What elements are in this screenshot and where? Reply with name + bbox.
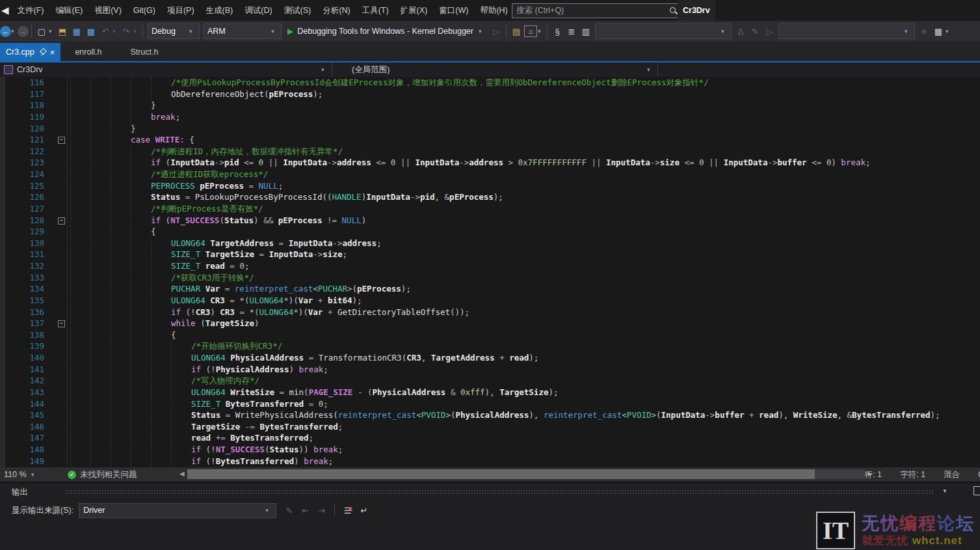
pin-icon[interactable]	[40, 49, 46, 56]
code-line[interactable]: 127 /*判断pEProcess是否有效*/	[0, 203, 980, 215]
menu-item-7[interactable]: 测试(S)	[278, 0, 317, 21]
status-column[interactable]: 字符: 1	[900, 469, 925, 480]
project-dropdown[interactable]: Cr3Drv ▾	[0, 62, 332, 77]
code-line[interactable]: 145 Status = WritePhysicalAddress(reinte…	[0, 409, 980, 421]
menu-item-12[interactable]: 帮助(H)	[474, 0, 513, 21]
status-mixed[interactable]: 混合	[944, 469, 960, 480]
code-line[interactable]: 121− case WRITE: {	[0, 134, 980, 146]
horizontal-scrollbar[interactable]	[187, 469, 865, 479]
code-line[interactable]: 144 SIZE_T BytesTransferred = 0;	[0, 398, 980, 410]
menu-item-2[interactable]: 视图(V)	[88, 0, 127, 21]
menu-item-11[interactable]: 窗口(W)	[433, 0, 474, 21]
config-combo[interactable]: Debug▾	[148, 23, 200, 39]
code-line[interactable]: 134 PUCHAR Var = reinterpret_cast<PUCHAR…	[0, 283, 980, 295]
code-line[interactable]: 147 read += BytesTransferred;	[0, 432, 980, 444]
fold-collapse-icon[interactable]: −	[58, 217, 65, 225]
list-icon[interactable]: ≡	[918, 23, 931, 39]
code-line[interactable]: 143 ULONG64 WriteSize = min(PAGE_SIZE - …	[0, 387, 980, 398]
back-caret[interactable]: ▾	[11, 28, 18, 34]
code-line[interactable]: 132 SIZE_T read = 0;	[0, 260, 980, 272]
code-line[interactable]: 124 /*通过进程ID获取eprocess*/	[0, 169, 980, 180]
start-debugging-button[interactable]: ▶Debugging Tools for Windows - Kernel De…	[284, 23, 489, 39]
next-message-icon[interactable]: ⇥	[318, 506, 325, 516]
open-file-icon[interactable]: ⬒	[56, 23, 69, 39]
edit-icon[interactable]: ✎	[748, 23, 761, 39]
code-line[interactable]: 135 ULONG64 CR3 = *(ULONG64*)(Var + bit6…	[0, 295, 980, 307]
tab-Cr3.cpp[interactable]: Cr3.cpp×	[0, 43, 60, 61]
code-line[interactable]: 140 ULONG64 PhysicalAddress = Transforma…	[0, 352, 980, 364]
menu-item-4[interactable]: 项目(P)	[161, 0, 200, 21]
extension-combo[interactable]: ▾	[778, 23, 915, 39]
code-line[interactable]: 131 SIZE_T TargetSize = InputData->size;	[0, 249, 980, 260]
health-check-icon[interactable]: ✓	[68, 471, 76, 479]
code-line[interactable]: 116 /*使用PsLookupProcessByProcessId会创建EPr…	[0, 77, 980, 89]
home-icon[interactable]: ⌂	[524, 23, 537, 39]
code-line[interactable]: 136 if (!CR3) CR3 = *(ULONG64*)(Var + Ge…	[0, 307, 980, 318]
close-icon[interactable]: ×	[50, 48, 55, 57]
fold-collapse-icon[interactable]: −	[58, 320, 65, 327]
prev-message-icon[interactable]: ⇤	[302, 506, 309, 516]
home-caret[interactable]: ▾	[538, 28, 544, 34]
tab-Struct.h[interactable]: Struct.h	[116, 43, 172, 61]
find-in-files-icon[interactable]: ▤	[510, 23, 523, 39]
chevron-down-icon[interactable]: ▾	[943, 488, 946, 494]
goto-message-icon[interactable]: ✎	[285, 506, 293, 516]
menu-item-9[interactable]: 工具(T)	[356, 0, 395, 21]
panel-drag-handle[interactable]	[65, 489, 934, 495]
clear-output-icon[interactable]: ☰✕	[344, 506, 352, 516]
code-line[interactable]: 146 TargetSize -= BytesTransferred;	[0, 421, 980, 433]
forward-icon[interactable]: →	[18, 26, 29, 37]
menu-item-8[interactable]: 分析(N)	[317, 0, 356, 21]
member-dropdown[interactable]	[658, 62, 980, 77]
panel-window-icon[interactable]	[973, 486, 980, 495]
output-source-dropdown[interactable]: Driver ▾	[79, 503, 276, 518]
code-line[interactable]: 120 }	[0, 123, 980, 135]
code-line[interactable]: 139 /*开始循环切换到CR3*/	[0, 340, 980, 352]
menu-item-10[interactable]: 扩展(X)	[395, 0, 434, 21]
platform-combo[interactable]: ARM▾	[204, 23, 282, 39]
feedback-icon[interactable]: ▦	[932, 23, 945, 39]
code-line[interactable]: 123 if (InputData->pid <= 0 || InputData…	[0, 157, 980, 169]
navigate-back-icon[interactable]: §	[551, 23, 564, 39]
search-icon[interactable]	[669, 7, 678, 15]
save-icon[interactable]: ▦	[70, 23, 83, 39]
menu-item-0[interactable]: 文件(F)	[12, 0, 50, 21]
scrollbar-thumb[interactable]	[187, 469, 815, 479]
tab-enroll.h[interactable]: enroll.h	[60, 43, 116, 61]
scope-dropdown[interactable]: (全局范围) ▾	[332, 62, 658, 77]
code-line[interactable]: 141 if (!PhysicalAddress) break;	[0, 364, 980, 376]
code-line[interactable]: 128− if (NT_SUCCESS(Status) && pEProcess…	[0, 215, 980, 227]
word-wrap-icon[interactable]: ↵	[361, 506, 368, 516]
code-line[interactable]: 125 PEPROCESS pEProcess = NULL;	[0, 180, 980, 192]
code-line[interactable]: 122 /*判断进程ID，内存地址，数据缓冲指针有无异常*/	[0, 146, 980, 158]
code-line[interactable]: 133 /*获取CR3用于转换*/	[0, 272, 980, 284]
menu-item-3[interactable]: Git(G)	[127, 0, 161, 21]
il-viewer-icon[interactable]: ≣	[565, 23, 578, 39]
menu-item-1[interactable]: 编辑(E)	[50, 0, 89, 21]
feedback-caret[interactable]: ▾	[946, 28, 952, 34]
start-icon[interactable]: ▷	[763, 23, 776, 39]
code-line[interactable]: 118 }	[0, 100, 980, 111]
back-icon[interactable]: ←	[0, 26, 11, 37]
attach-icon[interactable]: ▥	[579, 23, 592, 39]
zoom-dropdown[interactable]: 110 % ▾	[0, 470, 42, 479]
undo-icon[interactable]: ↶	[99, 23, 112, 39]
redo-caret[interactable]: ▾	[133, 28, 140, 34]
test-explorer-icon[interactable]: Δ	[734, 23, 747, 39]
code-line[interactable]: 117 ObDereferenceObject(pEProcess);	[0, 89, 980, 100]
code-line[interactable]: 137− while (TargetSize)	[0, 318, 980, 329]
new-file-icon[interactable]: ▢	[35, 23, 48, 39]
output-panel-title[interactable]: 输出	[12, 487, 28, 498]
window-back-icon[interactable]: ◀	[0, 5, 12, 16]
fold-collapse-icon[interactable]: −	[58, 137, 65, 144]
code-line[interactable]: 119 break;	[0, 111, 980, 123]
scroll-left-icon[interactable]: ◀	[179, 470, 185, 477]
code-line[interactable]: 142 /*写入物理内存*/	[0, 375, 980, 387]
redo-icon[interactable]: ↷	[120, 23, 133, 39]
run-nodebug-icon[interactable]: ▷	[490, 23, 503, 39]
search-combo[interactable]: ▾	[595, 23, 732, 39]
code-line[interactable]: 138 {	[0, 329, 980, 341]
code-line[interactable]: 148 if (!NT_SUCCESS(Status)) break;	[0, 444, 980, 456]
code-line[interactable]: 130 ULONG64 TargetAddress = InputData->a…	[0, 238, 980, 249]
new-file-caret[interactable]: ▾	[49, 28, 55, 34]
